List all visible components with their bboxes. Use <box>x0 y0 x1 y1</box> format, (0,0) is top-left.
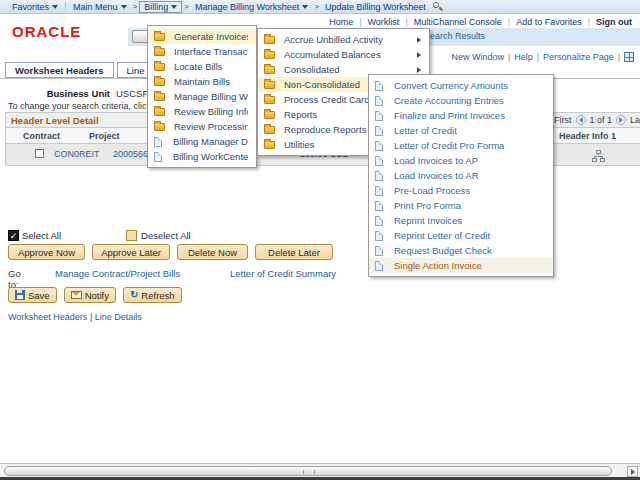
menu-item-request-budget-check[interactable]: Request Budget Check <box>369 243 553 258</box>
footer-line-details-link[interactable]: Line Details <box>95 312 142 322</box>
menu-item-review-billing-information[interactable]: Review Billing Information <box>148 104 256 119</box>
footer-worksheet-headers-link[interactable]: Worksheet Headers <box>8 312 87 322</box>
menu-item-manage-billing-worksheet[interactable]: Manage Billing Worksheet <box>148 89 256 104</box>
horizontal-scrollbar[interactable] <box>0 463 640 477</box>
breadcrumb: Favorites Main Menu > Billing > Manage B… <box>0 0 640 14</box>
menu-item-label: Interface Transactions <box>174 46 248 57</box>
delete-later-button[interactable]: Delete Later <box>255 244 333 260</box>
menu-item-letter-of-credit-pro-forma[interactable]: Letter of Credit Pro Forma <box>369 138 553 153</box>
notify-label: Notify <box>85 290 109 301</box>
deselect-all-checkbox[interactable] <box>126 230 137 241</box>
multichannel-console-link[interactable]: MultiChannel Console <box>414 17 502 27</box>
breadcrumb-main-menu-label: Main Menu <box>73 2 118 12</box>
search-results-link[interactable]: Search Results <box>424 31 485 41</box>
menu-item-pre-load-process[interactable]: Pre-Load Process <box>369 183 553 198</box>
breadcrumb-favorites[interactable]: Favorites <box>8 2 62 12</box>
breadcrumb-billing[interactable]: Billing <box>139 1 182 13</box>
menu-item-label: Review Billing Information <box>174 106 248 117</box>
tab-worksheet-headers[interactable]: Worksheet Headers <box>5 62 114 78</box>
menu-item-label: Pre-Load Process <box>394 185 470 196</box>
pager-first-label: First <box>554 115 572 125</box>
menu-item-billing-workcenter[interactable]: Billing WorkCenter <box>148 149 256 164</box>
home-link[interactable]: Home <box>329 17 353 27</box>
scrollbar-right-arrow[interactable] <box>627 466 638 477</box>
breadcrumb-manage-billing-worksheet[interactable]: Manage Billing Worksheet <box>191 2 312 12</box>
add-to-favorites-link[interactable]: Add to Favorites <box>516 17 582 27</box>
oracle-logo: ORACLE <box>12 23 81 40</box>
menu-item-label: Generate Invoices <box>174 31 248 42</box>
personalize-page-link[interactable]: Personalize Page <box>543 52 614 62</box>
menu-item-label: Non-Consolidated <box>284 79 360 90</box>
menu-item-finalize-and-print-invoices[interactable]: Finalize and Print Invoices <box>369 108 553 123</box>
menu-item-print-pro-forma[interactable]: Print Pro Forma <box>369 198 553 213</box>
menu-item-accumulated-balances[interactable]: Accumulated Balances <box>258 47 429 62</box>
sign-out-link[interactable]: Sign out <box>596 17 632 27</box>
letter-of-credit-summary-link[interactable]: Letter of Credit Summary <box>230 268 336 279</box>
pager-next-button[interactable] <box>616 115 626 125</box>
menu-item-label: Utilities <box>284 139 315 150</box>
help-link[interactable]: Help <box>514 52 533 62</box>
manage-contract-project-bills-link[interactable]: Manage Contract/Project Bills <box>55 268 180 279</box>
menu-item-create-accounting-entries[interactable]: Create Accounting Entries <box>369 93 553 108</box>
header-links: Home | Worklist | MultiChannel Console |… <box>329 17 632 27</box>
folder-icon <box>154 63 165 71</box>
menu-item-single-action-invoice[interactable]: Single Action Invoice <box>369 258 553 273</box>
page-icon <box>375 171 383 181</box>
action-buttons: Approve Now Approve Later Delete Now Del… <box>8 244 333 260</box>
folder-icon <box>264 66 275 74</box>
refresh-label: Refresh <box>141 290 174 301</box>
breadcrumb-main-menu[interactable]: Main Menu <box>69 2 131 12</box>
menu-item-accrue-unbilled-activity[interactable]: Accrue Unbilled Activity <box>258 32 429 47</box>
org-chart-icon[interactable] <box>592 148 605 166</box>
menu-item-generate-invoices[interactable]: Generate Invoices <box>148 29 256 44</box>
refresh-button[interactable]: ↻ Refresh <box>123 287 182 303</box>
page-toolbar: New Window | Help | Personalize Page | <box>451 52 634 62</box>
select-all-label: Select All <box>22 230 61 241</box>
peoplesoft-billing-screen: Favorites Main Menu > Billing > Manage B… <box>0 0 640 480</box>
breadcrumb-update-label: Update Billing Worksheet <box>325 2 426 12</box>
save-button[interactable]: Save <box>8 287 57 303</box>
menu-item-reprint-invoices[interactable]: Reprint Invoices <box>369 213 553 228</box>
notify-button[interactable]: Notify <box>64 287 116 303</box>
folder-icon <box>264 36 275 44</box>
page-icon <box>375 141 383 151</box>
worklist-link[interactable]: Worklist <box>368 17 400 27</box>
deselect-all-label: Deselect All <box>141 230 191 241</box>
separator: | <box>508 17 510 27</box>
approve-later-button[interactable]: Approve Later <box>92 244 170 260</box>
contract-link[interactable]: CON0REIT <box>54 149 100 159</box>
menu-item-reprint-letter-of-credit[interactable]: Reprint Letter of Credit <box>369 228 553 243</box>
menu-item-maintain-bills[interactable]: Maintain Bills <box>148 74 256 89</box>
save-icon <box>15 290 25 300</box>
folder-icon <box>154 93 165 101</box>
menu-item-locate-bills[interactable]: Locate Bills <box>148 59 256 74</box>
breadcrumb-update-billing-worksheet[interactable]: Update Billing Worksheet <box>321 2 430 12</box>
select-all-checkbox[interactable]: ✓ <box>8 230 19 241</box>
grid-icon[interactable] <box>624 52 634 62</box>
column-header-project: Project <box>89 131 120 141</box>
menu-item-review-processing-results[interactable]: Review Processing Results <box>148 119 256 134</box>
column-header-contract: Contract <box>23 131 60 141</box>
menu-item-billing-manager-dashboard[interactable]: Billing Manager Dashboard <box>148 134 256 149</box>
menu-item-load-invoices-to-ap[interactable]: Load Invoices to AP <box>369 153 553 168</box>
separator: | <box>405 17 407 27</box>
approve-now-button[interactable]: Approve Now <box>8 244 85 260</box>
breadcrumb-billing-label: Billing <box>144 2 168 12</box>
folder-icon <box>264 96 275 104</box>
pager-prev-button[interactable] <box>576 115 586 125</box>
menu-item-label: Reprint Invoices <box>394 215 462 226</box>
grid-title: Header Level Detail <box>11 115 99 126</box>
scrollbar-thumb[interactable] <box>4 466 612 476</box>
menu-item-load-invoices-to-ar[interactable]: Load Invoices to AR <box>369 168 553 183</box>
new-window-link[interactable]: New Window <box>451 52 504 62</box>
row-checkbox[interactable] <box>35 149 44 158</box>
column-header-header-info: Header Info 1 <box>559 131 616 141</box>
menu-item-convert-currency-amounts[interactable]: Convert Currency Amounts <box>369 78 553 93</box>
menu-item-interface-transactions[interactable]: Interface Transactions <box>148 44 256 59</box>
breadcrumb-separator: > <box>312 2 321 11</box>
menu-item-letter-of-credit[interactable]: Letter of Credit <box>369 123 553 138</box>
menu-item-label: Convert Currency Amounts <box>394 80 508 91</box>
delete-now-button[interactable]: Delete Now <box>177 244 248 260</box>
separator: | <box>508 52 510 62</box>
chevron-down-icon <box>302 5 308 9</box>
